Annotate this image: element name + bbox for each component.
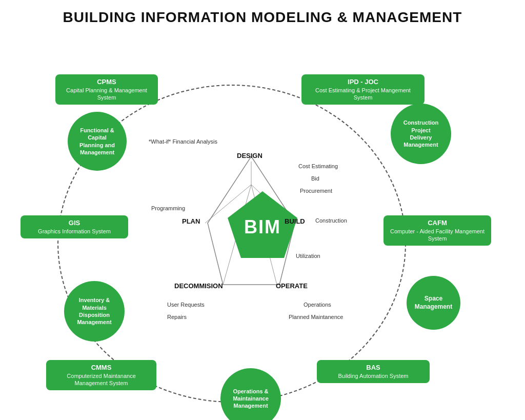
- procurement-label: Procurement: [300, 188, 332, 194]
- costestimating-label: Cost Estimating: [298, 163, 338, 169]
- whatif-label: *What-if* Financial Analysis: [149, 138, 217, 145]
- ipd-box: IPD - JOC Cost Estimating & Project Mang…: [301, 74, 425, 105]
- cpms-box: CPMS Capital Planning & Management Syste…: [55, 74, 158, 105]
- operations-label: Operations: [304, 302, 331, 308]
- operations-circle: Operations &MaintainanceManagement: [220, 368, 281, 420]
- operate-label: OPERATE: [276, 282, 308, 290]
- bas-box: BAS Building Automation System: [317, 360, 430, 383]
- construction-circle: ConstructionProjectDeliveryManagement: [391, 104, 451, 164]
- cmms-box: CMMS Computerized Maintanance Management…: [46, 360, 156, 390]
- bim-center: BIM: [221, 186, 304, 268]
- design-label: DESIGN: [237, 152, 262, 159]
- page-title: BUILDING INFORMATION MODELING & MANAGEME…: [0, 0, 525, 26]
- repairs-label: Repairs: [167, 314, 187, 320]
- functional-circle: Functional &CapitalPlanning andManagemen…: [68, 112, 127, 171]
- inventory-circle: Inventory &MaterialsDispositionManagemen…: [64, 281, 125, 342]
- bid-label: Bid: [311, 175, 319, 182]
- planned-label: Planned Maintanence: [289, 314, 343, 320]
- utilization-label: Utilization: [296, 253, 320, 259]
- construction-label: Construction: [315, 217, 347, 224]
- programming-label: Programming: [151, 205, 185, 211]
- decommision-label: DECOMMISION: [174, 282, 223, 290]
- bim-label: BIM: [244, 216, 281, 238]
- build-label: BUILD: [285, 217, 305, 225]
- userreq-label: User Requests: [167, 302, 205, 308]
- diagram-container: BIM DESIGN PLAN BUILD DECOMMISION OPERAT…: [0, 26, 525, 420]
- cafm-box: CAFM Computer - Aided Facility Mangement…: [383, 215, 491, 246]
- plan-label: PLAN: [182, 217, 200, 225]
- space-circle: SpaceManagement: [407, 276, 460, 330]
- gis-box: GIS Graphics Information System: [21, 215, 128, 238]
